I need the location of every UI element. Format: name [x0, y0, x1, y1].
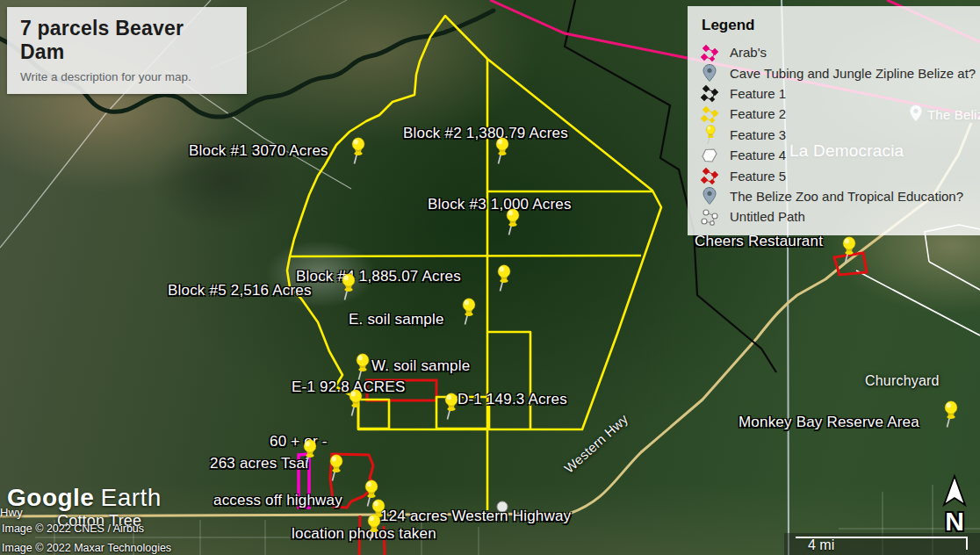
legend-item-feature-1[interactable]: Feature 1: [700, 83, 980, 104]
pushpin-block2[interactable]: [490, 137, 513, 165]
pushpin-location-photos[interactable]: [362, 514, 385, 542]
map-label-d1-parcel[interactable]: D-1 149.3 Acres: [458, 391, 567, 408]
map-label-text: W. soil sample: [371, 357, 470, 374]
scale-bar-label: 4 mi: [808, 537, 834, 553]
pushpin-e1-parcel[interactable]: [343, 389, 366, 417]
map-label-text: E. soil sample: [349, 311, 444, 328]
path-black-icon: [700, 83, 719, 103]
attribution-line-2: Image © 2022 Maxar Technologies: [2, 542, 171, 554]
map-label-churchyard: Churchyard: [865, 373, 940, 389]
pin-gray-icon: [700, 186, 719, 205]
path-white-icon: [700, 207, 719, 227]
legend-item-label: The Belize Zoo and Tropical Education?: [730, 189, 963, 204]
map-label-tsai[interactable]: 263 acres Tsai: [210, 455, 308, 472]
map-label-text: Block #1 3070 Acres: [189, 142, 328, 159]
legend-item-label: Feature 4: [730, 148, 786, 162]
path-magenta-icon: [700, 43, 719, 62]
map-label-access-off-highway[interactable]: access off highway: [213, 492, 342, 509]
map-label-block2[interactable]: Block #2 1,380.79 Acres: [403, 125, 568, 142]
map-viewport[interactable]: Block #1 3070 AcresBlock #2 1,380.79 Acr…: [0, 0, 980, 555]
legend-item-label: Feature 3: [730, 127, 786, 142]
legend-item-feature-2[interactable]: Feature 2: [700, 104, 980, 124]
pushpin-cheers-restaurant[interactable]: [837, 236, 860, 264]
north-letter: N: [933, 511, 976, 532]
map-label-monkey-bay[interactable]: Monkey Bay Reserve Area: [739, 414, 919, 431]
logo-google: Google: [7, 484, 94, 511]
map-label-text: 124 acres Western Highway: [380, 508, 571, 524]
legend-item-untitled-path[interactable]: Untitled Path: [700, 206, 980, 227]
parcel-divider-d1-east: [487, 332, 530, 429]
map-label-block3[interactable]: Block #3 1,000 Acres: [428, 196, 572, 213]
legend-item-label: Feature 5: [730, 169, 786, 184]
pushpin-block1[interactable]: [346, 137, 369, 165]
legend-header: Legend: [702, 17, 980, 34]
map-label-text: Block #3 1,000 Acres: [428, 196, 572, 213]
pushpin-yellow-icon: [700, 125, 719, 144]
pushpin-block5[interactable]: [336, 273, 359, 301]
legend-panel: Legend Arab's Cave Tubing and Jungle Zip…: [688, 6, 980, 235]
map-description-placeholder: Write a description for your map.: [20, 70, 234, 83]
north-arrow-icon: [935, 474, 974, 508]
legend-item-feature-3[interactable]: Feature 3: [700, 125, 980, 145]
polygon-white-icon: [700, 146, 719, 165]
pushpin-tsai[interactable]: [324, 454, 347, 482]
map-label-text: 263 acres Tsai: [210, 455, 308, 472]
pushpin-block3[interactable]: [501, 208, 523, 236]
legend-item-label: Feature 2: [730, 106, 786, 121]
legend-items: Arab's Cave Tubing and Jungle Zipline Be…: [700, 42, 980, 227]
parcel-divider-block4: [290, 256, 641, 256]
map-label-text: D-1 149.3 Acres: [458, 391, 567, 407]
map-title-box: 7 parcels Beaver Dam Write a description…: [7, 7, 247, 94]
legend-item-feature-5[interactable]: Feature 5: [700, 165, 980, 185]
legend-item-feature-4[interactable]: Feature 4: [700, 145, 980, 165]
google-earth-logo: GoogleEarth: [7, 484, 162, 512]
pushpin-e-soil-sample[interactable]: [457, 298, 479, 326]
map-title: 7 parcels Beaver Dam: [20, 17, 234, 64]
map-label-text: Block #5 2,516 Acres: [168, 282, 312, 299]
map-label-block5[interactable]: Block #5 2,516 Acres: [168, 282, 312, 299]
map-label-w-soil-sample[interactable]: W. soil sample: [371, 357, 470, 375]
scale-bar-tick: [966, 537, 968, 550]
pushpin-w-soil-sample[interactable]: [350, 353, 373, 381]
compass: N: [933, 474, 976, 532]
legend-item-label: Untitled Path: [730, 209, 805, 224]
map-label-text: access off highway: [213, 492, 342, 508]
main-parcel-outline: [287, 16, 661, 429]
map-label-text: Block #4 1,885.07 Acres: [296, 268, 461, 285]
legend-item-arabs[interactable]: Arab's: [700, 42, 980, 62]
pushpin-block4[interactable]: [492, 264, 515, 292]
map-label-text: Monkey Bay Reserve Area: [739, 414, 919, 430]
pin-gray-icon: [700, 63, 719, 83]
map-label-e-soil-sample[interactable]: E. soil sample: [349, 311, 444, 328]
map-label-text: Block #2 1,380.79 Acres: [403, 125, 568, 141]
legend-item-label: Feature 1: [730, 86, 786, 101]
pushpin-sixty-plus[interactable]: [298, 439, 321, 467]
scale-bar: 4 mi: [784, 533, 980, 555]
attribution-line-1: Image © 2022 CNES / Airbus: [2, 523, 144, 535]
map-label-block1[interactable]: Block #1 3070 Acres: [189, 142, 328, 160]
map-label-text: Churchyard: [865, 373, 940, 389]
logo-earth: Earth: [100, 484, 161, 511]
pushpin-d1-parcel[interactable]: [439, 393, 462, 421]
map-label-acres-124[interactable]: 124 acres Western Highway: [380, 508, 571, 525]
pushpin-monkey-bay[interactable]: [939, 400, 962, 429]
legend-item-label: Cave Tubing and Jungle Zipline Belize at…: [730, 66, 976, 81]
path-red-icon: [700, 166, 719, 185]
legend-item-cave-tubing[interactable]: Cave Tubing and Jungle Zipline Belize at…: [700, 62, 980, 83]
legend-item-belize-zoo[interactable]: The Belize Zoo and Tropical Education?: [700, 186, 980, 206]
legend-item-label: Arab's: [730, 45, 767, 60]
map-label-block4[interactable]: Block #4 1,885.07 Acres: [296, 268, 461, 285]
path-yellow-icon: [700, 105, 719, 124]
